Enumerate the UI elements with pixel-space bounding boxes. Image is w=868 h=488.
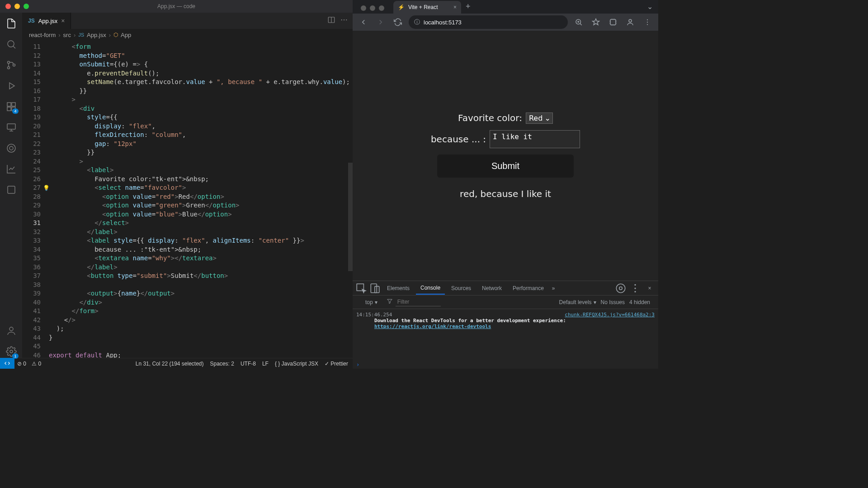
line-gutter: 1112131415161718192021222324252627💡28293… xyxy=(23,41,49,358)
run-debug-icon[interactable] xyxy=(5,80,18,92)
warnings-count[interactable]: ⚠ 0 xyxy=(32,361,41,367)
extensions-icon[interactable] xyxy=(607,16,619,28)
url: localhost:5173 xyxy=(424,19,462,26)
zoom-window-icon[interactable] xyxy=(379,5,384,11)
back-button[interactable] xyxy=(357,16,370,28)
browser-titlebar: ⚡ Vite + React × + ⌄ xyxy=(353,0,658,14)
close-window-icon[interactable] xyxy=(5,4,11,9)
reload-button[interactable] xyxy=(392,16,404,28)
remote-icon[interactable] xyxy=(5,121,18,134)
more-actions-icon[interactable] xyxy=(340,16,348,26)
log-source[interactable]: chunk-REFQX4J5.js?v=661468a2:3 xyxy=(565,312,655,318)
breadcrumb-symbol[interactable]: App xyxy=(121,32,131,38)
zoom-icon[interactable] xyxy=(572,16,585,28)
address-bar[interactable]: ⓘ localhost:5173 xyxy=(409,15,568,29)
context-selector[interactable]: top ▾ xyxy=(365,299,377,305)
cursor-position[interactable]: Ln 31, Col 22 (194 selected) xyxy=(136,361,204,367)
inspect-element-icon[interactable] xyxy=(355,282,367,294)
browser-tab[interactable]: ⚡ Vite + React × xyxy=(393,1,461,14)
explorer-icon[interactable] xyxy=(5,17,18,30)
svg-point-12 xyxy=(9,327,13,331)
favorite-color-label: Favorite color: xyxy=(458,113,522,123)
hidden-count[interactable]: 4 hidden xyxy=(629,299,650,305)
language-mode[interactable]: { } JavaScript JSX xyxy=(275,361,318,367)
prettier-status[interactable]: ✓ Prettier xyxy=(325,361,348,367)
close-window-icon[interactable] xyxy=(361,5,366,11)
encoding-info[interactable]: UTF-8 xyxy=(241,361,256,367)
device-toggle-icon[interactable] xyxy=(369,282,381,294)
source-control-icon[interactable] xyxy=(5,59,18,71)
log-levels-selector[interactable]: Default levels ▾ xyxy=(559,299,596,305)
menu-icon[interactable] xyxy=(641,16,654,28)
devtools-close-icon[interactable]: × xyxy=(644,282,656,294)
errors-count[interactable]: ⊘ 0 xyxy=(17,361,26,367)
issues-count[interactable]: No Issues xyxy=(601,299,625,305)
code-editor[interactable]: 1112131415161718192021222324252627💡28293… xyxy=(23,41,353,358)
close-tab-icon[interactable]: × xyxy=(61,17,65,24)
code-lines[interactable]: <form method="GET" onSubmit={(e) => { e.… xyxy=(49,41,353,358)
bookmark-icon[interactable] xyxy=(590,16,602,28)
chart-icon[interactable] xyxy=(5,163,18,175)
filter-icon xyxy=(387,298,393,306)
remote-indicator[interactable] xyxy=(0,358,14,369)
zoom-window-icon[interactable] xyxy=(24,4,29,9)
devtools-tabs: Elements Console Sources Network Perform… xyxy=(353,281,658,296)
breadcrumb-src[interactable]: src xyxy=(63,32,71,38)
log-message: Download the React DevTools for a better… xyxy=(374,318,566,324)
editor-tabs: JS App.jsx × xyxy=(23,13,353,29)
tab-performance[interactable]: Performance xyxy=(508,282,548,294)
breadcrumb-root[interactable]: react-form xyxy=(29,32,56,38)
devtools-panel: Elements Console Sources Network Perform… xyxy=(353,281,658,369)
submit-button[interactable]: Submit xyxy=(437,155,574,178)
console-log[interactable]: 14:15:46.254 chunk-REFQX4J5.js?v=661468a… xyxy=(353,309,658,361)
settings-icon[interactable]: 1 xyxy=(5,345,18,358)
browser-toolbar: ⓘ localhost:5173 xyxy=(353,14,658,31)
profile-icon[interactable] xyxy=(624,16,637,28)
new-tab-button[interactable]: + xyxy=(466,2,471,11)
minimize-window-icon[interactable] xyxy=(370,5,375,11)
scrollbar-thumb[interactable] xyxy=(348,163,353,271)
minimize-window-icon[interactable] xyxy=(14,4,20,9)
eol-info[interactable]: LF xyxy=(262,361,269,367)
svg-point-17 xyxy=(346,19,347,20)
chevron-down-icon[interactable]: ⌄ xyxy=(647,2,658,14)
vite-favicon: ⚡ xyxy=(398,4,405,10)
window-title: App.jsx — code xyxy=(157,3,195,9)
chevron-down-icon: ▾ xyxy=(594,299,596,305)
split-editor-icon[interactable] xyxy=(327,16,335,26)
tab-console[interactable]: Console xyxy=(416,282,445,295)
svg-rect-6 xyxy=(7,107,11,111)
breadcrumb[interactable]: react-form src JS App.jsx ⬡ App xyxy=(23,29,353,41)
devtools-settings-icon[interactable] xyxy=(615,282,627,294)
favcolor-select[interactable]: Red ⌄ xyxy=(526,113,553,124)
tab-elements[interactable]: Elements xyxy=(382,282,414,294)
chevron-down-icon: ⌄ xyxy=(545,114,551,122)
testing-icon[interactable] xyxy=(5,142,18,155)
more-tabs-icon[interactable]: » xyxy=(552,285,555,291)
svg-point-13 xyxy=(10,350,13,353)
close-tab-icon[interactable]: × xyxy=(453,4,457,10)
filter-input[interactable] xyxy=(396,298,441,306)
svg-point-9 xyxy=(7,144,15,152)
tab-sources[interactable]: Sources xyxy=(447,282,476,294)
svg-rect-8 xyxy=(7,124,15,129)
because-row: because ... : I like it xyxy=(431,130,580,148)
svg-point-23 xyxy=(647,24,648,25)
breadcrumb-file[interactable]: App.jsx xyxy=(87,32,106,38)
why-textarea[interactable]: I like it xyxy=(490,130,580,148)
console-prompt[interactable]: › xyxy=(353,361,658,369)
log-link[interactable]: https://reactjs.org/link/react-devtools xyxy=(374,324,491,329)
site-info-icon[interactable]: ⓘ xyxy=(414,18,420,26)
svg-point-21 xyxy=(647,19,648,20)
editor-tab-app[interactable]: JS App.jsx × xyxy=(23,13,71,29)
svg-rect-4 xyxy=(7,103,11,106)
accounts-icon[interactable] xyxy=(5,324,18,337)
search-icon[interactable] xyxy=(5,38,18,51)
indent-info[interactable]: Spaces: 2 xyxy=(210,361,234,367)
svg-point-1 xyxy=(7,61,9,64)
devtools-menu-icon[interactable] xyxy=(629,282,641,294)
extensions-icon[interactable]: 4 xyxy=(5,100,18,113)
forward-button[interactable] xyxy=(374,16,387,28)
box-icon[interactable] xyxy=(5,183,18,196)
tab-network[interactable]: Network xyxy=(477,282,506,294)
